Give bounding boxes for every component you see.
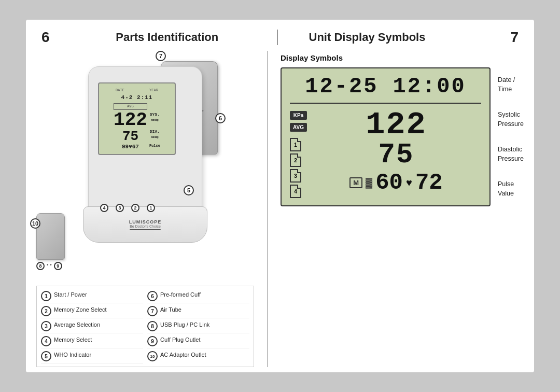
title-unit-display: Unit Display Symbols	[309, 31, 498, 44]
callout-7: 7	[156, 51, 166, 61]
page-icon-3: 3	[290, 169, 301, 183]
page-icon-1: 1	[290, 138, 301, 151]
page-icon-3-row: 3	[290, 169, 307, 183]
lcd-main-row: KPa AVG 1	[290, 109, 481, 198]
part-label-7: Air Tube	[160, 306, 181, 313]
callout-9: 9	[54, 262, 62, 270]
parts-row-8: 8 USB Plug / PC Link	[147, 319, 249, 333]
part-label-4: Memory Select	[54, 336, 92, 343]
part-label-5: WHO Indicator	[54, 351, 91, 358]
header-divider	[277, 30, 278, 45]
lcd-display: 12-25 12:00 KPa AVG	[281, 67, 491, 206]
lcd-pulse-72: 72	[415, 171, 443, 194]
part-num-10: 10	[147, 351, 158, 361]
display-with-labels: 12-25 12:00 KPa AVG	[281, 67, 524, 206]
page-num-3: 3	[294, 173, 297, 179]
parts-row-6: 6 Pre-formed Cuff	[147, 289, 249, 303]
callout-2: 2	[131, 204, 139, 212]
callout-10: 10	[30, 218, 40, 229]
avg-badge: AVG	[290, 123, 307, 132]
parts-row-7: 7 Air Tube	[147, 304, 249, 318]
display-symbols-title: Display Symbols	[281, 53, 524, 62]
header: 6 Parts Identification Unit Display Symb…	[26, 20, 534, 51]
parts-row-5: 5 WHO Indicator	[41, 349, 143, 363]
part-num-1: 1	[41, 291, 51, 301]
device-screen: DATEYEAR 4-2 2:11 AVG 122 75 99♥67	[98, 82, 176, 155]
device-small-left: 10 8 • • 9	[36, 213, 65, 270]
parts-row-3: 3 Average Selection	[41, 319, 143, 333]
title-parts-identification: Parts Identification	[73, 31, 262, 44]
lcd-divider	[290, 103, 481, 104]
lcd-pulse-row: M ▓ 60 ♥ 72	[349, 171, 442, 194]
callout-3: 3	[116, 204, 124, 212]
lcd-icons-col: KPa AVG 1	[290, 111, 307, 198]
parts-table: 1 Start / Power 6 Pre-formed Cuff 2 Memo…	[36, 286, 254, 367]
lcd-numbers-col: 122 75 M ▓ 60 ♥ 72	[311, 109, 481, 194]
part-num-6: 6	[147, 291, 158, 301]
callout-5: 5	[184, 185, 194, 195]
part-num-3: 3	[41, 321, 51, 331]
part-label-9: Cuff Plug Outlet	[160, 336, 200, 343]
device-base: LUMISCOPE Be Doctor's Choice	[83, 206, 207, 243]
page-icon-2: 2	[290, 153, 301, 167]
part-label-6: Pre-formed Cuff	[160, 291, 201, 298]
lcd-date-time: 12-25 12:00	[305, 76, 466, 97]
part-num-9: 9	[147, 336, 158, 346]
parts-row-2: 2 Memory Zone Select	[41, 304, 143, 318]
main-content: 7 Main ArteryWrap Cuff Here 6	[26, 51, 534, 372]
parts-row-10: 10 AC Adaptor Outlet	[147, 349, 249, 363]
page-number-right: 7	[498, 29, 519, 46]
part-num-4: 4	[41, 336, 51, 346]
page-num-2: 2	[294, 158, 297, 163]
right-panel: Display Symbols 12-25 12:00 KPa	[281, 51, 524, 367]
callout-4: 4	[100, 204, 108, 212]
kpa-badge: KPa	[290, 111, 307, 120]
part-num-8: 8	[147, 321, 158, 331]
part-label-10: AC Adaptor Outlet	[160, 351, 206, 358]
page-icon-4: 4	[290, 185, 301, 198]
page-icon-4-row: 4	[290, 185, 307, 198]
lcd-m-badge: M	[349, 177, 362, 188]
parts-row-1: 1 Start / Power	[41, 289, 143, 303]
heart-icon: ♥	[406, 177, 412, 189]
parts-row-9: 9 Cuff Plug Outlet	[147, 334, 249, 348]
part-label-2: Memory Zone Select	[54, 306, 106, 313]
part-label-8: USB Plug / PC Link	[160, 321, 209, 328]
label-pulse: PulseValue	[498, 180, 524, 198]
labels-col: Date /Time SystolicPressure DiastolicPre…	[491, 67, 524, 206]
callout-6: 6	[215, 113, 226, 123]
device-illustration: 7 Main ArteryWrap Cuff Here 6	[36, 51, 254, 255]
page-num-4: 4	[294, 189, 297, 194]
page-num-1: 1	[294, 142, 297, 148]
label-diastolic: DiastolicPressure	[498, 145, 524, 163]
lcd-systolic: 122	[366, 109, 427, 141]
label-date-time: Date /Time	[498, 76, 524, 94]
label-systolic: SystolicPressure	[498, 110, 524, 129]
part-num-7: 7	[147, 306, 158, 316]
part-label-1: Start / Power	[54, 291, 87, 298]
page-icons: 1 2	[290, 138, 307, 198]
page-icon-1-row: 1	[290, 138, 307, 151]
lcd-diastolic: 75	[379, 141, 414, 169]
screen-content: DATEYEAR 4-2 2:11 AVG 122 75 99♥67	[114, 87, 160, 151]
callout-1: 1	[147, 204, 155, 212]
page-icon-2-row: 2	[290, 153, 307, 167]
left-panel: 7 Main ArteryWrap Cuff Here 6	[36, 51, 254, 367]
part-num-5: 5	[41, 351, 51, 361]
callout-8: 8	[36, 262, 45, 270]
parts-row-4: 4 Memory Select	[41, 334, 143, 348]
panel-divider	[267, 51, 268, 367]
lcd-pulse-60: 60	[375, 171, 403, 194]
brand-name: LUMISCOPE	[129, 219, 162, 225]
battery-icon: ▓	[366, 177, 372, 188]
lcd-date-time-row: 12-25 12:00	[290, 76, 481, 97]
small-device	[36, 213, 65, 260]
part-num-2: 2	[41, 306, 51, 316]
page-container: 6 Parts Identification Unit Display Symb…	[26, 20, 534, 372]
part-label-3: Average Selection	[54, 321, 100, 328]
page-number-left: 6	[41, 29, 62, 46]
